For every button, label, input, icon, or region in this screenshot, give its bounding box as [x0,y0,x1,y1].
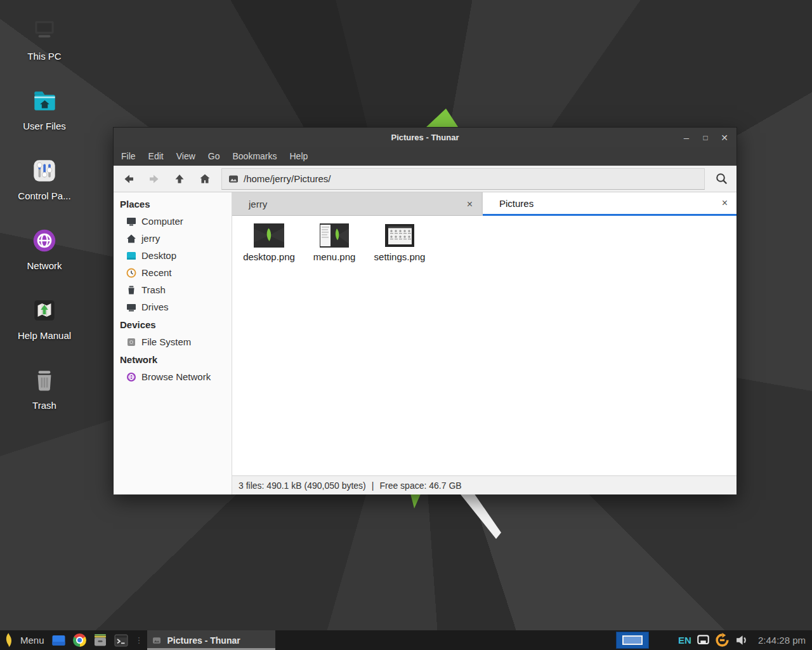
file-thumbnail [239,222,299,249]
thunar-window: Pictures - Thunar – □ ✕ File Edit View G… [113,127,737,494]
desktop-icon-label: This PC [5,51,84,62]
computer-icon [126,216,136,227]
desktop-icon-network[interactable]: Network [5,226,84,271]
path-text: /home/jerry/Pictures/ [244,173,331,184]
desktop-icon-label: Control Pa... [5,190,84,201]
tab-bar: jerry × Pictures × [232,192,737,216]
status-bar: 3 files: 490.1 kB (490,050 bytes) | Free… [232,475,737,494]
desktop-icon-control-panel[interactable]: Control Pa... [5,156,84,201]
taskbar: Menu ⋮ Pictures - Thunar EN [0,630,812,650]
sidebar-item-file-system[interactable]: File System [114,333,232,350]
file-name: settings.png [369,251,430,262]
file-manager-launcher-icon[interactable] [51,635,66,646]
file-name: menu.png [304,251,365,262]
file-desktop-png[interactable]: desktop.png [239,222,299,262]
recent-icon [126,268,136,278]
clock[interactable]: 2:44:28 pm [758,635,806,646]
tab-jerry[interactable]: jerry × [232,192,481,216]
window-title: Pictures - Thunar [391,133,459,142]
desktop-icon-label: Trash [5,400,84,411]
tab-label: Pictures [499,198,714,209]
status-files-info: 3 files: 490.1 kB (490,050 bytes) [239,481,366,491]
desktop-icon-label: User Files [5,121,84,131]
sidebar-item-label: Trash [141,284,166,295]
keyboard-layout-indicator[interactable]: EN [678,635,691,646]
file-settings-png[interactable]: settings.png [369,222,430,262]
menu-launcher-icon[interactable] [4,632,13,648]
file-thumbnail [304,222,365,249]
close-icon[interactable]: ✕ [715,133,734,143]
sidebar-item-label: File System [141,336,191,347]
menu-button[interactable]: Menu [20,635,44,646]
archive-manager-launcher-icon[interactable] [93,633,107,647]
terminal-launcher-icon[interactable] [114,634,128,647]
trash-small-icon [126,285,136,295]
minimize-icon[interactable]: – [677,132,696,143]
status-separator: | [372,481,374,491]
desktop-icon-user-files[interactable]: User Files [5,86,84,131]
home-icon [126,234,136,244]
titlebar[interactable]: Pictures - Thunar – □ ✕ [114,128,737,147]
volume-icon[interactable] [735,635,749,646]
menu-go[interactable]: Go [202,147,226,166]
image-icon [152,637,161,644]
sidebar-item-label: Recent [141,267,172,278]
filesystem-icon [126,337,136,347]
home-icon [199,173,211,185]
sidebar: Places Computer jerry Desktop Recent [114,192,232,494]
up-button[interactable] [167,168,192,190]
status-free-space: Free space: 46.7 GB [379,481,461,491]
panel-separator: ⋮ [135,637,143,643]
menu-file[interactable]: File [115,147,142,166]
sidebar-header-places: Places [114,195,232,213]
sidebar-item-desktop[interactable]: Desktop [114,247,232,264]
menu-bookmarks[interactable]: Bookmarks [226,147,283,166]
chrome-launcher-icon[interactable] [73,633,86,647]
file-menu-png[interactable]: menu.png [304,222,365,262]
desktop-icon-trash[interactable]: Trash [5,366,84,411]
workspace-window-preview [622,635,643,645]
home-button[interactable] [192,168,218,190]
desktop-icon-help-manual[interactable]: Help Manual [5,296,84,341]
desktop-icon-label: Help Manual [5,330,84,341]
menubar: File Edit View Go Bookmarks Help [114,147,737,166]
file-name: desktop.png [239,251,299,262]
trash-icon [30,366,59,395]
menu-edit[interactable]: Edit [142,147,170,166]
maximize-icon[interactable]: □ [696,133,715,142]
search-button[interactable] [709,168,734,190]
sidebar-header-network: Network [114,350,232,368]
control-panel-icon [30,156,59,185]
sidebar-header-devices: Devices [114,315,232,333]
file-thumbnail [369,222,430,249]
sidebar-item-jerry[interactable]: jerry [114,230,232,247]
menu-help[interactable]: Help [284,147,315,166]
sidebar-item-computer[interactable]: Computer [114,213,232,230]
sidebar-item-label: Browse Network [141,371,211,382]
sidebar-item-drives[interactable]: Drives [114,298,232,315]
task-button-thunar[interactable]: Pictures - Thunar [147,630,275,650]
help-manual-icon [30,296,59,325]
update-notifier-icon[interactable] [715,633,730,647]
workspace-switcher[interactable] [616,632,649,649]
drives-icon [126,302,136,312]
display-tray-icon[interactable] [697,635,709,646]
file-list-view[interactable]: desktop.png menu.png settings.png [232,216,737,475]
tab-label: jerry [249,199,459,209]
sidebar-item-label: Drives [141,302,169,312]
path-bar[interactable]: /home/jerry/Pictures/ [221,168,705,190]
task-button-label: Pictures - Thunar [167,635,240,646]
tab-close-icon[interactable]: × [467,199,473,209]
tab-close-icon[interactable]: × [722,198,728,208]
network-globe-icon [30,226,59,255]
desktop-icon-this-pc[interactable]: This PC [5,17,84,62]
sidebar-item-recent[interactable]: Recent [114,264,232,281]
forward-button[interactable] [141,168,167,190]
menu-view[interactable]: View [170,147,202,166]
back-button[interactable] [116,168,141,190]
sidebar-item-browse-network[interactable]: Browse Network [114,368,232,385]
sidebar-item-trash[interactable]: Trash [114,281,232,298]
sidebar-item-label: jerry [141,233,160,244]
system-tray: EN 2:44:28 pm [678,633,808,647]
tab-pictures[interactable]: Pictures × [483,192,737,216]
